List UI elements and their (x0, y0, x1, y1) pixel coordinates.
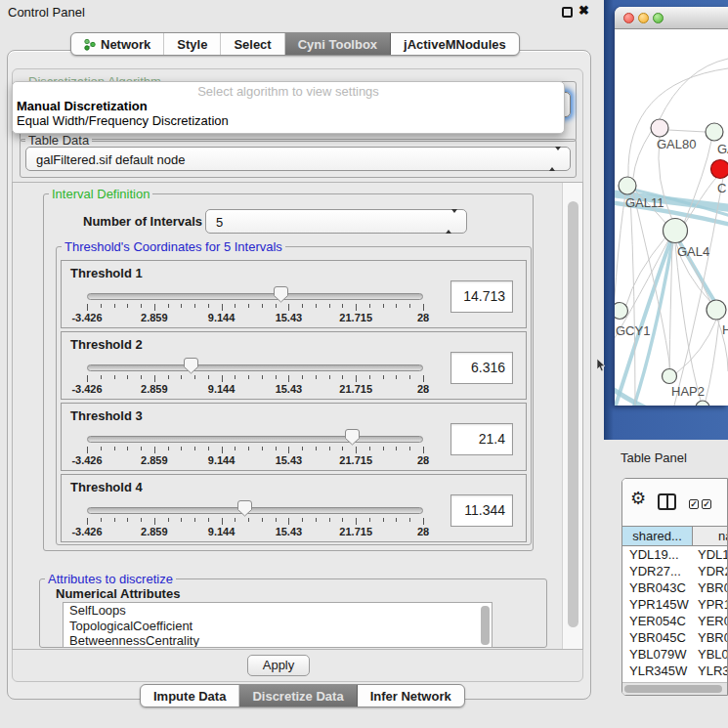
tab-jactivemnodules[interactable]: jActiveMNodules (391, 33, 519, 55)
cell-name[interactable]: YDR2 (693, 564, 728, 580)
column-header-name[interactable]: na (693, 527, 728, 545)
gear-icon[interactable]: ⚙ (630, 490, 646, 507)
horizontal-scrollbar-track[interactable] (622, 682, 728, 695)
table-row[interactable]: YBL079WYBL0 (622, 647, 728, 664)
table-row[interactable]: YER054CYER0 (622, 614, 728, 630)
float-window-icon[interactable] (562, 7, 573, 18)
tab-network[interactable]: Network (71, 33, 164, 55)
slider-tick (154, 447, 155, 453)
cell-name[interactable]: YBR0 (693, 630, 728, 647)
network-edge[interactable] (633, 132, 651, 178)
cell-shared-name[interactable]: YBR045C (622, 630, 693, 647)
table-row[interactable]: YDR27...YDR2 (622, 564, 728, 580)
cell-shared-name[interactable]: YPR145W (622, 597, 693, 614)
table-data-group-title: Table Data (25, 133, 92, 148)
tab-select[interactable]: Select (221, 33, 284, 55)
slider-tick (396, 375, 397, 379)
network-node[interactable] (711, 160, 728, 179)
split-columns-icon[interactable] (658, 493, 676, 510)
cell-name[interactable]: YER0 (693, 614, 728, 630)
checkbox-icon[interactable]: ✓ (702, 499, 711, 509)
threshold-value-field[interactable]: 14.713 (450, 280, 513, 313)
attributes-scrollbar-thumb[interactable] (481, 606, 490, 645)
threshold-value-field[interactable]: 11.344 (450, 494, 513, 527)
slider-track[interactable] (87, 507, 423, 514)
tab-cyni-toolbox[interactable]: Cyni Toolbox (285, 33, 391, 55)
horizontal-scrollbar-thumb[interactable] (624, 685, 722, 693)
close-traffic-light-icon[interactable] (623, 13, 634, 23)
num-intervals-combobox[interactable]: 5 (205, 209, 467, 234)
slider-thumb[interactable] (345, 429, 360, 445)
apply-button[interactable]: Apply (247, 655, 310, 676)
attribute-list-item[interactable]: TopologicalCoefficient (64, 619, 492, 634)
table-row[interactable]: YBR045CYBR0 (622, 630, 728, 647)
network-node[interactable] (663, 369, 677, 384)
cell-shared-name[interactable]: YBR043C (622, 580, 693, 597)
tab-label: Cyni Toolbox (298, 37, 377, 52)
checkbox-icon[interactable]: ✓ (689, 499, 699, 509)
cell-name[interactable]: YLR3 (693, 664, 728, 680)
network-node[interactable] (707, 300, 726, 320)
slider-tick (288, 304, 289, 311)
cell-name[interactable]: YBR0 (693, 580, 728, 597)
vertical-scrollbar-thumb[interactable] (568, 201, 578, 627)
network-node[interactable] (664, 219, 688, 243)
slider-tick (101, 304, 102, 308)
table-row[interactable]: YDL19...YDL1 (622, 547, 728, 564)
cell-name[interactable]: YPR1 (693, 597, 728, 614)
close-icon[interactable]: ✖ (578, 3, 589, 18)
threshold-panels: Threshold 1-3.4262.8599.14415.4321.71528… (61, 260, 527, 545)
slider-tick (369, 375, 370, 379)
table-data-combobox[interactable]: galFiltered.sif default node (25, 147, 571, 171)
slider-thumb[interactable] (237, 500, 252, 516)
cell-name[interactable]: YBL0 (693, 647, 728, 664)
cell-shared-name[interactable]: YDR27... (622, 564, 693, 580)
slider-track[interactable] (87, 293, 423, 300)
numerical-attributes-list[interactable]: SelfLoopsTopologicalCoefficientBetweenne… (63, 602, 492, 648)
threshold-value-field[interactable]: 21.4 (450, 423, 513, 455)
network-node[interactable] (706, 123, 723, 141)
cell-shared-name[interactable]: YLR345W (622, 664, 693, 680)
cell-name[interactable]: YDL1 (693, 547, 728, 564)
network-edge[interactable] (668, 130, 706, 132)
cell-shared-name[interactable]: YDL19... (622, 547, 693, 564)
network-node[interactable] (651, 119, 668, 137)
slider-thumb[interactable] (274, 286, 288, 302)
tab-style[interactable]: Style (164, 33, 221, 55)
network-window-titlebar[interactable] (615, 7, 728, 29)
zoom-traffic-light-icon[interactable] (653, 13, 664, 23)
algorithm-option-equal-width[interactable]: Equal Width/Frequency Discretization (13, 113, 564, 128)
column-header-shared-name[interactable]: shared... (622, 527, 693, 545)
network-edge[interactable] (684, 141, 711, 223)
tab-impute-data[interactable]: Impute Data (141, 685, 239, 707)
algorithm-hint-item[interactable]: Select algorithm to view settings (13, 85, 564, 99)
table-row[interactable]: YLR345WYLR3 (622, 664, 728, 680)
table-row[interactable]: YPR145WYPR1 (622, 597, 728, 614)
network-edge[interactable] (675, 243, 701, 401)
cell-shared-name[interactable]: YER054C (622, 614, 693, 630)
tab-discretize-data[interactable]: Discretize Data (239, 685, 357, 707)
attribute-list-item[interactable]: SelfLoops (64, 603, 492, 619)
slider-thumb[interactable] (184, 358, 198, 373)
network-canvas[interactable]: GAL80GACGAL11GAL4GCY1HHAP2 (615, 29, 728, 406)
slider-tick (222, 518, 223, 525)
thresholds-group-title: Threshold's Coordinates for 5 Intervals (62, 239, 285, 254)
slider-track[interactable] (87, 364, 423, 371)
tab-label: Style (177, 37, 207, 52)
mouse-cursor (596, 359, 608, 372)
network-edge[interactable] (676, 320, 716, 373)
network-node[interactable] (615, 303, 628, 320)
tab-infer-network[interactable]: Infer Network (358, 685, 464, 707)
algorithm-option-manual[interactable]: Manual Discretization (13, 99, 564, 113)
threshold-value-field[interactable]: 6.316 (450, 352, 513, 384)
attribute-list-item[interactable]: BetweennessCentrality (64, 633, 492, 648)
slider-track[interactable] (87, 436, 423, 443)
network-node[interactable] (696, 401, 709, 406)
network-node[interactable] (619, 177, 636, 194)
network-edge[interactable] (630, 194, 635, 406)
network-edge[interactable] (660, 59, 728, 119)
minimize-traffic-light-icon[interactable] (638, 13, 649, 23)
cell-shared-name[interactable]: YBL079W (622, 647, 693, 664)
table-row[interactable]: YBR043CYBR0 (622, 580, 728, 597)
network-edge[interactable] (706, 320, 719, 401)
